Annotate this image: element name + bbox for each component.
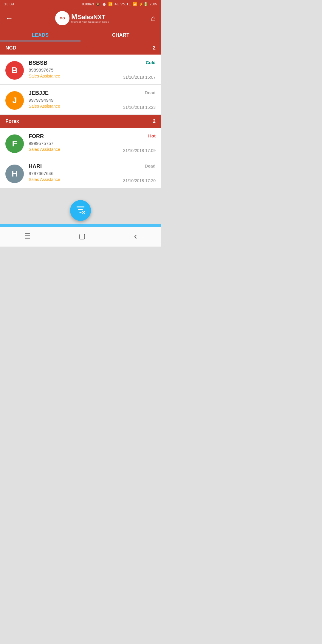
home-button[interactable]: ⌂ bbox=[151, 14, 156, 23]
mute-icon: 🔕 bbox=[96, 2, 100, 6]
section-count-forex: 2 bbox=[153, 118, 156, 124]
lead-name-bsbsb: BSBSB bbox=[29, 60, 156, 66]
back-button[interactable]: ← bbox=[5, 14, 13, 23]
logo-subtitle: Muthoot Next Generation Sales bbox=[71, 21, 109, 23]
nav-home-icon[interactable]: ▢ bbox=[79, 232, 86, 240]
battery-icon: ⚡🔋 bbox=[139, 2, 148, 6]
lead-phone-bsbsb: 8989897675 bbox=[29, 67, 156, 72]
avatar-bsbsb: B bbox=[5, 61, 24, 80]
bottom-fab-area bbox=[0, 188, 161, 224]
nav-menu-icon[interactable]: ☰ bbox=[24, 232, 31, 240]
tab-chart[interactable]: CHART bbox=[80, 28, 161, 41]
battery-level: 73% bbox=[150, 2, 157, 6]
app-bar: ← MG M SalesNXT Muthoot Next Generation … bbox=[0, 8, 161, 28]
app-logo: MG M SalesNXT Muthoot Next Generation Sa… bbox=[55, 11, 109, 25]
leads-list-forex: F FORR 9999575757 Sales Assistance Hot 3… bbox=[0, 128, 161, 188]
alarm-icon: ⏰ bbox=[102, 2, 106, 6]
lead-phone-hari: 9797667646 bbox=[29, 171, 156, 176]
nav-bar: ☰ ▢ ‹ bbox=[0, 227, 161, 247]
signal-icon-2: 📶 bbox=[133, 2, 137, 6]
lead-card-bsbsb[interactable]: B BSBSB 8989897675 Sales Assistance Cold… bbox=[0, 55, 161, 85]
lead-date-hari: 31/10/2018 17:20 bbox=[123, 178, 156, 183]
logo-circle: MG bbox=[55, 11, 69, 25]
lead-phone-jebjje: 9979794949 bbox=[29, 97, 156, 103]
avatar-jebjje: J bbox=[5, 91, 24, 110]
lead-date-forr: 31/10/2018 17:09 bbox=[123, 148, 156, 153]
lead-status-hari: Dead bbox=[145, 163, 156, 168]
lead-status-jebjje: Dead bbox=[145, 90, 156, 95]
network-type: 4G VoLTE bbox=[114, 2, 131, 6]
lead-name-forr: FORR bbox=[29, 133, 156, 140]
section-title-forex: Forex bbox=[5, 118, 19, 124]
section-count-ncd: 2 bbox=[153, 45, 156, 51]
avatar-forr: F bbox=[5, 134, 24, 153]
nav-back-icon[interactable]: ‹ bbox=[134, 231, 137, 241]
lead-phone-forr: 9999575757 bbox=[29, 141, 156, 146]
bottom-nav-indicator bbox=[0, 224, 161, 227]
network-speed: 0.08K/s bbox=[82, 2, 94, 6]
signal-icon: 📶 bbox=[108, 2, 113, 6]
avatar-hari: H bbox=[5, 165, 24, 183]
lead-card-jebjje[interactable]: J JEBJJE 9979794949 Sales Assistance Dea… bbox=[0, 85, 161, 115]
logo-brand: SalesNXT bbox=[78, 14, 105, 20]
section-header-forex: Forex 2 bbox=[0, 115, 161, 128]
status-time: 13:39 bbox=[4, 2, 14, 6]
tabs-bar: LEADS CHART bbox=[0, 28, 161, 41]
lead-date-bsbsb: 31/10/2018 15:07 bbox=[123, 75, 156, 80]
logo-m: M bbox=[71, 13, 77, 21]
lead-card-forr[interactable]: F FORR 9999575757 Sales Assistance Hot 3… bbox=[0, 128, 161, 158]
lead-status-forr: Hot bbox=[148, 133, 156, 138]
lead-card-hari[interactable]: H HARI 9797667646 Sales Assistance Dead … bbox=[0, 158, 161, 188]
lead-name-jebjje: JEBJJE bbox=[29, 90, 156, 96]
lead-status-bsbsb: Cold bbox=[146, 60, 156, 65]
leads-list-ncd: B BSBSB 8989897675 Sales Assistance Cold… bbox=[0, 55, 161, 115]
section-title-ncd: NCD bbox=[5, 45, 16, 51]
tab-leads[interactable]: LEADS bbox=[0, 28, 80, 41]
filter-fab-button[interactable] bbox=[70, 200, 91, 221]
lead-name-hari: HARI bbox=[29, 163, 156, 170]
status-bar: 13:39 0.08K/s 🔕 ⏰ 📶 4G VoLTE 📶 ⚡🔋 73% bbox=[0, 0, 161, 8]
filter-icon bbox=[75, 205, 86, 217]
lead-date-jebjje: 31/10/2018 15:23 bbox=[123, 105, 156, 110]
section-header-ncd: NCD 2 bbox=[0, 41, 161, 55]
